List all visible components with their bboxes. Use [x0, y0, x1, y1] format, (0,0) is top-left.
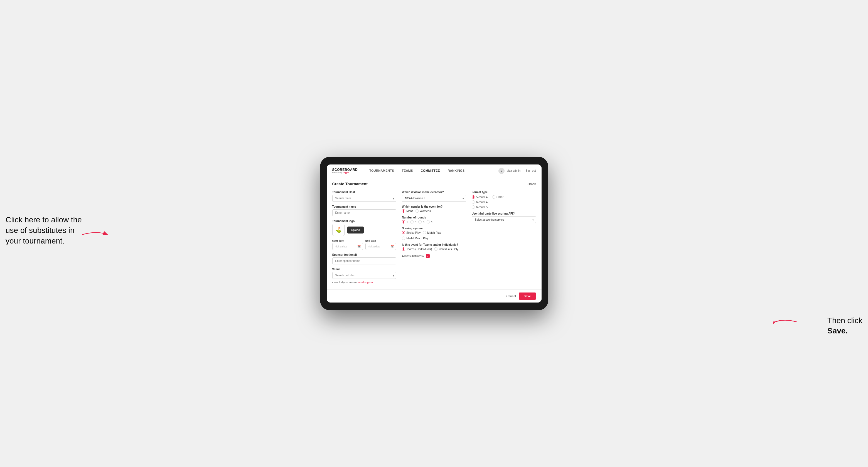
- scoring-label: Scoring system: [402, 227, 466, 230]
- rounds-3[interactable]: 3: [418, 220, 425, 223]
- annotation-right-text: Then click: [827, 316, 862, 325]
- scoring-medal-radio: [402, 237, 405, 240]
- back-button[interactable]: ‹ Back: [527, 182, 536, 186]
- gender-radio-group: Mens Womens: [402, 209, 466, 213]
- substitutes-checkbox-item[interactable]: Allow substitutes? ✓: [402, 254, 466, 258]
- annotation-left-text: Click here to allow the use of substitut…: [6, 215, 82, 245]
- cancel-button[interactable]: Cancel: [506, 294, 516, 298]
- start-date-field: Start date Pick a date 📅: [332, 239, 363, 250]
- format-field: Format type 5 count 4 Other: [472, 191, 536, 209]
- format-6count4-radio: [472, 200, 475, 204]
- venue-wrapper: [332, 272, 397, 279]
- email-support-link[interactable]: email support: [358, 281, 373, 284]
- rounds-3-radio: [418, 220, 422, 223]
- rounds-radio-group: 1 2 3 4: [402, 220, 466, 223]
- end-date-input[interactable]: Pick a date 📅: [365, 243, 396, 250]
- teams-radio: [402, 247, 405, 251]
- logo-area: ⛳ Upload: [332, 224, 397, 236]
- individuals-only[interactable]: Individuals Only: [434, 247, 458, 251]
- rounds-2-radio: [410, 220, 413, 223]
- avatar: B: [498, 168, 504, 174]
- app-logo: SCOREBOARD Powered by clippd: [332, 168, 358, 174]
- start-date-label: Start date: [332, 239, 363, 242]
- calendar-icon: 📅: [357, 245, 361, 248]
- page-content: Create Tournament ‹ Back Tournament Host: [327, 177, 541, 289]
- division-wrapper: NCAA Division I: [402, 195, 466, 202]
- end-date-field: End date Pick a date 📅: [365, 239, 396, 250]
- gender-label: Which gender is the event for?: [402, 205, 466, 208]
- tournament-logo-field: Tournament logo ⛳ Upload: [332, 220, 397, 236]
- gender-womens-radio: [415, 209, 419, 213]
- scoring-match-radio: [423, 231, 426, 234]
- format-6count5-radio: [472, 206, 475, 209]
- teams-field: Is this event for Teams and/or Individua…: [402, 243, 466, 251]
- substitutes-checkbox[interactable]: ✓: [426, 254, 430, 258]
- tournament-host-input[interactable]: [332, 195, 397, 202]
- logo-clippd: clippd: [343, 172, 349, 174]
- form-col-1: Tournament Host Tournament name Tourname…: [332, 191, 397, 284]
- format-other-radio: [492, 195, 495, 199]
- nav-teams[interactable]: TEAMS: [398, 164, 417, 177]
- rounds-1[interactable]: 1: [402, 220, 408, 223]
- scoring-stroke[interactable]: Stroke Play: [402, 231, 421, 234]
- format-6count5[interactable]: 6 count 5: [472, 206, 536, 209]
- logo-scoreboard: SCOREBOARD: [332, 168, 358, 172]
- sponsor-field: Sponsor (optional): [332, 253, 397, 264]
- scoring-api-select[interactable]: Select a scoring service: [472, 216, 536, 223]
- tablet-device: SCOREBOARD Powered by clippd TOURNAMENTS…: [320, 157, 548, 310]
- rounds-2[interactable]: 2: [410, 220, 416, 223]
- venue-help: Can't find your venue? email support: [332, 281, 397, 284]
- logo-powered: Powered by clippd: [332, 172, 358, 174]
- scoring-api-wrapper: Select a scoring service: [472, 216, 536, 223]
- scoring-system-field: Scoring system Stroke Play Match Play: [402, 227, 466, 240]
- annotation-right: Then click Save.: [827, 315, 862, 337]
- gender-womens[interactable]: Womens: [415, 209, 431, 213]
- sponsor-label: Sponsor (optional): [332, 253, 397, 256]
- format-5count4[interactable]: 5 count 4: [472, 195, 488, 199]
- venue-label: Venue: [332, 268, 397, 271]
- logo-placeholder: ⛳: [332, 224, 344, 236]
- venue-input[interactable]: [332, 272, 397, 279]
- tournament-host-wrapper: [332, 195, 397, 202]
- tournament-host-field: Tournament Host: [332, 191, 397, 202]
- gender-mens[interactable]: Mens: [402, 209, 413, 213]
- nav-rankings[interactable]: RANKINGS: [444, 164, 469, 177]
- substitutes-field: Allow substitutes? ✓: [402, 254, 466, 258]
- sign-out-link[interactable]: Sign out: [526, 169, 536, 172]
- upload-button[interactable]: Upload: [347, 226, 364, 234]
- nav-tournaments[interactable]: TOURNAMENTS: [365, 164, 398, 177]
- venue-field: Venue Can't find your venue? email suppo…: [332, 268, 397, 284]
- page-header: Create Tournament ‹ Back: [332, 182, 536, 186]
- tournament-logo-label: Tournament logo: [332, 220, 397, 223]
- sponsor-input[interactable]: [332, 257, 397, 264]
- gender-mens-radio: [402, 209, 405, 213]
- end-date-label: End date: [365, 239, 396, 242]
- tournament-name-field: Tournament name: [332, 205, 397, 216]
- division-select[interactable]: NCAA Division I: [402, 195, 466, 202]
- scoring-medal[interactable]: Medal Match Play: [402, 237, 428, 240]
- form-col-2: Which division is the event for? NCAA Di…: [402, 191, 466, 284]
- substitutes-label: Allow substitutes?: [402, 255, 424, 258]
- scoring-match[interactable]: Match Play: [423, 231, 441, 234]
- nav-user: B blair admin | Sign out: [498, 168, 536, 174]
- division-label: Which division is the event for?: [402, 191, 466, 194]
- gender-mens-label: Mens: [406, 210, 413, 213]
- format-other[interactable]: Other: [492, 195, 503, 199]
- format-6count4[interactable]: 6 count 4: [472, 200, 536, 204]
- rounds-1-radio: [402, 220, 405, 223]
- save-button[interactable]: Save: [519, 292, 536, 300]
- rounds-4[interactable]: 4: [427, 220, 433, 223]
- scoring-api-label: Use third-party live scoring API?: [472, 212, 536, 215]
- teams-plus-individuals[interactable]: Teams (+Individuals): [402, 247, 432, 251]
- nav-committee[interactable]: COMMITTEE: [417, 164, 444, 177]
- gender-field: Which gender is the event for? Mens Wome…: [402, 205, 466, 213]
- page-title: Create Tournament: [332, 182, 368, 186]
- scoring-api-field: Use third-party live scoring API? Select…: [472, 212, 536, 223]
- annotation-left: Click here to allow the use of substitut…: [6, 215, 84, 246]
- format-radio-group: 5 count 4 Other 6 count 4: [472, 195, 536, 209]
- tablet-screen: SCOREBOARD Powered by clippd TOURNAMENTS…: [327, 164, 541, 303]
- tournament-name-input[interactable]: [332, 209, 397, 216]
- date-row: Start date Pick a date 📅 End date Pick a…: [332, 239, 397, 250]
- format-5count4-radio: [472, 195, 475, 199]
- start-date-input[interactable]: Pick a date 📅: [332, 243, 363, 250]
